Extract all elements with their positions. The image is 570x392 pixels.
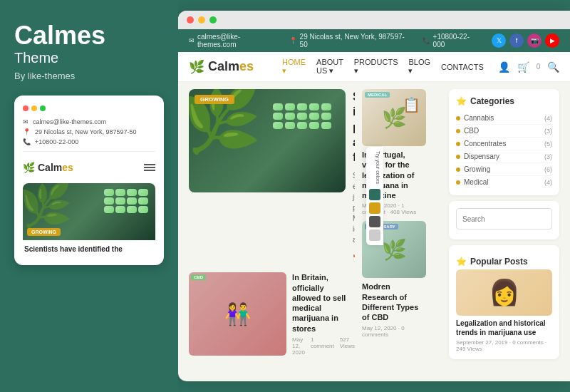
twitter-button[interactable]: 𝕏	[492, 33, 506, 48]
mobile-logo: 🌿 Calmes	[23, 162, 73, 173]
featured-post-title: Scientists have identified the positive …	[353, 89, 355, 165]
nav-about[interactable]: ABOUT US ▾	[316, 58, 343, 76]
swatch-green[interactable]	[369, 189, 380, 200]
small-post-text-1: In Britain, officially allowed to sell m…	[292, 272, 355, 356]
middle-post-title-2: Modren Research of Different Types of CB…	[362, 282, 426, 322]
categories-section: ⭐ Categories Cannabis (4) CBD (3) Concen…	[449, 89, 559, 195]
popular-posts-title: ⭐ Popular Posts	[456, 257, 552, 267]
mobile-phone-row: 📞 +10800-22-000	[23, 138, 155, 145]
popular-post-title: Legalization and historical trends in ma…	[456, 319, 552, 337]
mobile-preview: ✉ calmes@like-themes.com 📍 29 Nicolas st…	[14, 96, 164, 265]
social-links: 𝕏 f 📷 ▶	[492, 33, 559, 48]
browser-window: ✉ calmes@like-themes.com 📍 29 Nicolas st…	[178, 11, 570, 381]
logo-leaf-icon: 🌿	[189, 59, 204, 75]
phone-icon: 📞	[23, 138, 31, 145]
cat-dot-4	[456, 155, 460, 159]
nav-products[interactable]: PRODUCTS ▾	[354, 58, 398, 76]
nav-right-icons: 👤 🛒 0 🔍	[498, 61, 560, 73]
categories-title: ⭐ Categories	[456, 96, 552, 106]
topbar-address: 📍 29 Nicolas st, New York, 987597-50	[289, 33, 412, 48]
swatch-light[interactable]	[369, 229, 380, 241]
popular-post-meta: September 27, 2019 · 0 comments · 249 Vi…	[456, 339, 552, 352]
instagram-button[interactable]: 📷	[527, 33, 542, 48]
topbar-location-icon: 📍	[289, 37, 297, 44]
youtube-button[interactable]: ▶	[545, 33, 559, 48]
middle-post-image-1: 🌿 📋 MEDICAL	[362, 89, 426, 146]
try-colors-label: Try your colors	[369, 151, 380, 184]
search-section: 🔍	[449, 201, 559, 239]
category-item-1[interactable]: Cannabis (4)	[456, 112, 552, 125]
cat-dot-1	[456, 116, 460, 120]
blog-area: 🌿 GROWING Scientists have identified the…	[189, 89, 355, 381]
medical-tag: MEDICAL	[365, 92, 390, 98]
cat-dot-5	[456, 167, 460, 172]
middle-post-meta-2: May 12, 2020 · 0 comments	[362, 325, 426, 338]
cbd-tag: CBD	[191, 274, 206, 280]
topbar-phone-icon: 📞	[423, 37, 430, 44]
navigation-bar: 🌿 Calmes HOME ▾ ABOUT US ▾ PRODUCTS ▾ BL…	[178, 52, 570, 82]
nav-blog[interactable]: BLOG ▾	[408, 58, 430, 76]
site-topbar: ✉ calmes@like-themes.com 📍 29 Nicolas st…	[178, 29, 570, 52]
featured-post-excerpt: Sed iaculis leo id nisi laoreet, in elem…	[353, 170, 355, 245]
calendar-icon: 📅	[353, 254, 355, 262]
logo-leaf-icon: 🌿	[23, 162, 35, 173]
topbar-email-icon: ✉	[189, 37, 195, 44]
browser-dot-red	[187, 16, 194, 24]
featured-post: 🌿 GROWING Scientists have identified the…	[189, 89, 355, 265]
category-item-2[interactable]: CBD (3)	[456, 125, 552, 138]
cat-dot-3	[456, 142, 460, 146]
small-post-meta-1: May 12, 2020 1 comment 527 Views	[292, 336, 355, 356]
user-icon[interactable]: 👤	[498, 61, 510, 73]
dot-green	[40, 105, 46, 111]
mobile-email-row: ✉ calmes@like-themes.com	[23, 118, 155, 125]
mobile-growing-badge: GROWING	[27, 228, 61, 236]
category-item-4[interactable]: Dispensary (3)	[456, 150, 552, 163]
small-post-1: 👫 CBD In Britain, officially allowed to …	[189, 272, 355, 356]
mobile-card-image: 🌿 GROWING	[23, 183, 155, 240]
mobile-card-title: Scientists have identified the	[23, 240, 155, 255]
cat-dot-6	[456, 180, 460, 185]
swatch-dark[interactable]	[369, 216, 380, 227]
color-swatches: Try your colors	[366, 147, 383, 245]
main-content: 🌿 GROWING Scientists have identified the…	[178, 82, 570, 381]
swatch-gold[interactable]	[369, 202, 380, 214]
left-panel: Calmes Theme By like-themes ✉ calmes@lik…	[0, 0, 178, 392]
category-item-6[interactable]: Medical (4)	[456, 176, 552, 188]
post-date: 📅 November 7, 2019	[353, 251, 355, 265]
search-icon[interactable]: 🔍	[547, 61, 559, 73]
second-row-posts: 👫 CBD In Britain, officially allowed to …	[189, 272, 355, 356]
popular-posts-section: ⭐ Popular Posts 👩 Legalization and histo…	[449, 245, 559, 359]
sidebar: ⭐ Categories Cannabis (4) CBD (3) Concen…	[449, 89, 559, 381]
facebook-button[interactable]: f	[509, 33, 524, 48]
search-box[interactable]: 🔍	[456, 208, 552, 229]
location-icon: 📍	[23, 128, 31, 135]
browser-dot-green	[209, 16, 217, 24]
window-dots	[23, 105, 155, 111]
dot-yellow	[31, 105, 37, 111]
nav-contacts[interactable]: CONTACTS	[441, 58, 484, 76]
topbar-email: ✉ calmes@like-themes.com	[189, 33, 279, 48]
hamburger-menu[interactable]	[144, 164, 155, 171]
featured-post-text: Scientists have identified the positive …	[353, 89, 355, 265]
email-icon: ✉	[23, 118, 28, 125]
site-logo[interactable]: 🌿 Calmes	[189, 59, 254, 75]
mobile-card: 🌿 GROWING Scientists have identified the	[23, 183, 155, 255]
category-item-3[interactable]: Concentrates (5)	[456, 138, 552, 150]
browser-dot-yellow	[198, 16, 205, 24]
brand-title: Calmes Theme By like-themes	[14, 21, 164, 81]
mobile-address-row: 📍 29 Nicolas st, New York, 987597-50	[23, 128, 155, 135]
person-image: 👩	[489, 278, 520, 307]
popular-post-image: 👩	[456, 269, 552, 316]
dot-red	[23, 105, 28, 111]
featured-post-meta: 📅 November 7, 2019 💬 3 comments 👁 300 Vi…	[353, 251, 355, 265]
cat-dot-2	[456, 129, 460, 133]
mobile-logo-row: 🌿 Calmes	[23, 158, 155, 177]
nav-home[interactable]: HOME ▾	[282, 58, 306, 76]
categories-icon: ⭐	[456, 96, 467, 106]
category-item-5[interactable]: Growing (6)	[456, 163, 552, 176]
growing-tag: GROWING	[195, 95, 234, 104]
cart-count: 0	[537, 63, 541, 71]
cart-icon[interactable]: 🛒	[517, 61, 529, 73]
search-input[interactable]	[457, 212, 552, 227]
small-post-image-1: 👫 CBD	[189, 272, 286, 356]
